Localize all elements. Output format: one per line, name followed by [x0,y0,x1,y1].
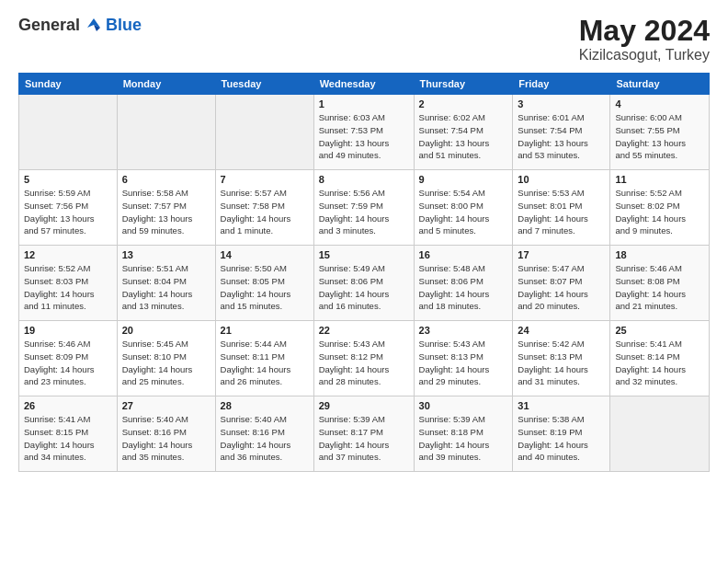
logo-blue: Blue [106,16,142,35]
day-cell: 2Sunrise: 6:02 AM Sunset: 7:54 PM Daylig… [414,95,513,170]
col-wednesday: Wednesday [313,74,414,95]
day-info: Sunrise: 5:44 AM Sunset: 8:11 PM Dayligh… [221,338,309,388]
day-cell: 4Sunrise: 6:00 AM Sunset: 7:55 PM Daylig… [610,95,710,170]
day-cell: 20Sunrise: 5:45 AM Sunset: 8:10 PM Dayli… [117,321,215,396]
day-info: Sunrise: 6:00 AM Sunset: 7:55 PM Dayligh… [615,111,704,162]
day-number: 23 [419,325,508,336]
day-cell: 5Sunrise: 5:59 AM Sunset: 7:56 PM Daylig… [19,170,118,246]
day-number: 27 [122,400,210,411]
day-info: Sunrise: 5:43 AM Sunset: 8:13 PM Dayligh… [419,338,508,388]
subtitle: Kizilcasogut, Turkey [579,47,710,63]
day-info: Sunrise: 5:54 AM Sunset: 8:00 PM Dayligh… [419,187,508,237]
day-info: Sunrise: 5:48 AM Sunset: 8:06 PM Dayligh… [419,262,508,313]
col-friday: Friday [513,74,610,95]
day-info: Sunrise: 5:57 AM Sunset: 7:58 PM Dayligh… [221,187,309,237]
day-number: 9 [419,174,508,185]
day-cell: 8Sunrise: 5:56 AM Sunset: 7:59 PM Daylig… [313,170,414,246]
day-number: 3 [518,98,605,109]
day-number: 14 [221,249,309,260]
day-number: 16 [419,249,508,260]
day-info: Sunrise: 5:49 AM Sunset: 8:06 PM Dayligh… [319,262,409,313]
day-info: Sunrise: 5:56 AM Sunset: 7:59 PM Dayligh… [319,187,409,237]
day-cell: 15Sunrise: 5:49 AM Sunset: 8:06 PM Dayli… [313,246,414,321]
col-tuesday: Tuesday [215,74,313,95]
day-cell: 1Sunrise: 6:03 AM Sunset: 7:53 PM Daylig… [313,95,414,170]
day-info: Sunrise: 5:58 AM Sunset: 7:57 PM Dayligh… [122,187,210,237]
week-row-2: 5Sunrise: 5:59 AM Sunset: 7:56 PM Daylig… [19,170,710,246]
day-cell: 14Sunrise: 5:50 AM Sunset: 8:05 PM Dayli… [215,246,313,321]
logo: General Blue [18,15,142,35]
day-cell: 16Sunrise: 5:48 AM Sunset: 8:06 PM Dayli… [414,246,513,321]
day-info: Sunrise: 5:47 AM Sunset: 8:07 PM Dayligh… [518,262,605,313]
day-number: 24 [518,325,605,336]
day-info: Sunrise: 5:59 AM Sunset: 7:56 PM Dayligh… [24,187,112,237]
day-number: 15 [319,249,409,260]
day-cell: 23Sunrise: 5:43 AM Sunset: 8:13 PM Dayli… [414,321,513,396]
day-number: 10 [518,174,605,185]
day-cell: 26Sunrise: 5:41 AM Sunset: 8:15 PM Dayli… [19,396,118,472]
day-cell: 21Sunrise: 5:44 AM Sunset: 8:11 PM Dayli… [215,321,313,396]
day-info: Sunrise: 5:51 AM Sunset: 8:04 PM Dayligh… [122,262,210,313]
day-number: 7 [221,174,309,185]
day-number: 5 [24,174,112,185]
day-cell: 30Sunrise: 5:39 AM Sunset: 8:18 PM Dayli… [414,396,513,472]
day-cell: 10Sunrise: 5:53 AM Sunset: 8:01 PM Dayli… [513,170,610,246]
calendar-body: 1Sunrise: 6:03 AM Sunset: 7:53 PM Daylig… [19,95,710,472]
logo-general: General [18,16,80,35]
day-cell: 7Sunrise: 5:57 AM Sunset: 7:58 PM Daylig… [215,170,313,246]
day-cell: 28Sunrise: 5:40 AM Sunset: 8:16 PM Dayli… [215,396,313,472]
svg-marker-0 [87,18,100,28]
day-cell: 24Sunrise: 5:42 AM Sunset: 8:13 PM Dayli… [513,321,610,396]
calendar: Sunday Monday Tuesday Wednesday Thursday… [18,73,710,472]
day-info: Sunrise: 5:46 AM Sunset: 8:08 PM Dayligh… [615,262,704,313]
col-thursday: Thursday [414,74,513,95]
day-number: 2 [419,98,508,109]
day-number: 17 [518,249,605,260]
day-number: 29 [319,400,409,411]
day-info: Sunrise: 5:42 AM Sunset: 8:13 PM Dayligh… [518,338,605,388]
day-info: Sunrise: 6:02 AM Sunset: 7:54 PM Dayligh… [419,111,508,162]
day-cell [117,95,215,170]
day-cell: 17Sunrise: 5:47 AM Sunset: 8:07 PM Dayli… [513,246,610,321]
week-row-3: 12Sunrise: 5:52 AM Sunset: 8:03 PM Dayli… [19,246,710,321]
day-info: Sunrise: 6:01 AM Sunset: 7:54 PM Dayligh… [518,111,605,162]
day-cell: 27Sunrise: 5:40 AM Sunset: 8:16 PM Dayli… [117,396,215,472]
col-saturday: Saturday [610,74,710,95]
day-info: Sunrise: 5:39 AM Sunset: 8:18 PM Dayligh… [419,413,508,464]
day-info: Sunrise: 5:52 AM Sunset: 8:03 PM Dayligh… [24,262,112,313]
main-title: May 2024 [579,15,710,47]
day-number: 22 [319,325,409,336]
day-cell: 18Sunrise: 5:46 AM Sunset: 8:08 PM Dayli… [610,246,710,321]
day-number: 18 [615,249,704,260]
day-number: 13 [122,249,210,260]
day-cell: 29Sunrise: 5:39 AM Sunset: 8:17 PM Dayli… [313,396,414,472]
day-info: Sunrise: 5:41 AM Sunset: 8:14 PM Dayligh… [615,338,704,388]
week-row-1: 1Sunrise: 6:03 AM Sunset: 7:53 PM Daylig… [19,95,710,170]
page: General Blue May 2024 Kizilcasogut, Turk… [0,0,728,563]
day-number: 30 [419,400,508,411]
day-info: Sunrise: 5:53 AM Sunset: 8:01 PM Dayligh… [518,187,605,237]
day-number: 12 [24,249,112,260]
day-number: 28 [221,400,309,411]
day-cell: 11Sunrise: 5:52 AM Sunset: 8:02 PM Dayli… [610,170,710,246]
day-info: Sunrise: 5:38 AM Sunset: 8:19 PM Dayligh… [518,413,605,464]
day-number: 19 [24,325,112,336]
week-row-4: 19Sunrise: 5:46 AM Sunset: 8:09 PM Dayli… [19,321,710,396]
day-number: 8 [319,174,409,185]
col-monday: Monday [117,74,215,95]
title-block: May 2024 Kizilcasogut, Turkey [579,15,710,63]
calendar-header: Sunday Monday Tuesday Wednesday Thursday… [19,74,710,95]
day-cell [19,95,118,170]
day-cell: 12Sunrise: 5:52 AM Sunset: 8:03 PM Dayli… [19,246,118,321]
day-info: Sunrise: 6:03 AM Sunset: 7:53 PM Dayligh… [319,111,409,162]
week-row-5: 26Sunrise: 5:41 AM Sunset: 8:15 PM Dayli… [19,396,710,472]
header: General Blue May 2024 Kizilcasogut, Turk… [18,15,710,63]
day-info: Sunrise: 5:43 AM Sunset: 8:12 PM Dayligh… [319,338,409,388]
day-cell: 31Sunrise: 5:38 AM Sunset: 8:19 PM Dayli… [513,396,610,472]
day-number: 11 [615,174,704,185]
day-info: Sunrise: 5:40 AM Sunset: 8:16 PM Dayligh… [221,413,309,464]
logo-bird-icon [84,15,104,35]
day-number: 25 [615,325,704,336]
col-sunday: Sunday [19,74,118,95]
day-cell: 9Sunrise: 5:54 AM Sunset: 8:00 PM Daylig… [414,170,513,246]
